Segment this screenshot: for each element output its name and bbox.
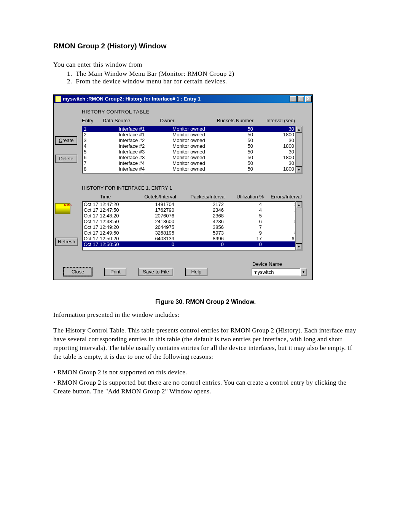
device-name-value: myswitch (253, 269, 274, 275)
history-panel-label: HISTORY FOR INTERFACE 1, ENTRY 1 (82, 185, 309, 191)
device-name-label: Device Name (252, 261, 307, 267)
close-icon[interactable]: X (305, 96, 312, 102)
intro-item-2: 2. From the device window menu bar for c… (67, 78, 358, 85)
device-name-combo[interactable]: myswitch ▼ (252, 268, 307, 276)
ctl-col-owner: Owner (160, 118, 217, 123)
hist-column-headers: Time Octets/Interval Packets/Interval Ut… (84, 192, 309, 201)
intro-item-1-text: The Main Window Menu Bar (Monitor: RMON … (76, 70, 234, 77)
hist-col-errors: Errors/Interval (271, 194, 309, 200)
scroll-down-icon[interactable]: ▼ (296, 243, 302, 250)
table-row[interactable]: Oct 17 12:50:206403139899617671 (82, 236, 296, 241)
table-row[interactable]: 9Interface #5Monitor owned5030 (82, 172, 296, 174)
table-row[interactable]: Oct 17 12:49:5032681955973989 (82, 230, 296, 236)
hist-scrollbar[interactable]: ▲ ▼ (295, 201, 302, 250)
intro-item-2-text: From the device window menu bar for cert… (76, 78, 227, 85)
table-row[interactable]: 8Interface #4Monitor owned501800 (82, 166, 296, 172)
maximize-icon[interactable]: □ (297, 96, 304, 102)
scroll-up-icon[interactable]: ▲ (296, 201, 302, 208)
help-button[interactable]: HHelpelp (185, 268, 207, 276)
history-listbox[interactable]: Oct 17 12:47:2014917042172422Oct 17 12:4… (82, 201, 303, 251)
history-control-paragraph: The History Control Table. This table pr… (53, 326, 358, 361)
create-button[interactable]: CCreatereate (55, 136, 77, 145)
figure-caption: Figure 30. RMON Group 2 Window. (53, 299, 358, 305)
table-row[interactable]: Oct 17 12:49:202644975385678 (82, 224, 296, 230)
intro-line: You can enter this window from (53, 61, 358, 69)
hist-col-time: Time (84, 194, 134, 200)
chevron-down-icon[interactable]: ▼ (300, 268, 307, 276)
hist-col-util: Utilization % (233, 194, 271, 200)
table-row[interactable]: 4Interface #2Monitor owned501800 (82, 143, 296, 149)
ctl-column-headers: Entry Data Source Owner Buckets Number I… (82, 116, 309, 126)
table-row[interactable]: 3Interface #2Monitor owned5030 (82, 137, 296, 143)
close-button[interactable]: CCloselose (64, 267, 92, 276)
intro-item-1: 1. The Main Window Menu Bar (Monitor: RM… (67, 70, 358, 78)
table-row[interactable]: Oct 17 12:48:5024136004236658 (82, 219, 296, 224)
table-row[interactable]: 6Interface #3Monitor owned501800 (82, 155, 296, 160)
bullet-1: • RMON Group 2 is not supported on this … (53, 368, 358, 377)
nms-icon (55, 203, 70, 214)
titlebar[interactable]: myswitch :RMON Group2: History for Inter… (54, 95, 312, 103)
table-row[interactable]: 7Interface #4Monitor owned5030 (82, 160, 296, 166)
bullet-2-text: RMON Group 2 is supported but there are … (53, 379, 346, 395)
print-button[interactable]: PPrintrint (104, 268, 126, 276)
table-row[interactable]: 1Interface #1Monitor owned5030 (82, 126, 296, 132)
scroll-down-icon[interactable]: ▼ (296, 166, 302, 173)
app-icon (55, 96, 61, 102)
ctl-col-source: Data Source (103, 118, 160, 123)
bullet-2: • RMON Group 2 is supported but there ar… (53, 379, 358, 396)
scroll-up-icon[interactable]: ▲ (296, 126, 302, 133)
table-row[interactable]: Oct 17 12:47:5017627902346410 (82, 207, 296, 213)
section-heading: RMON Group 2 (History) Window (53, 42, 358, 50)
table-row[interactable]: 2Interface #1Monitor owned501800 (82, 132, 296, 137)
info-presented-line: Information presented in the window incl… (53, 311, 358, 320)
hist-col-octets: Octets/Interval (134, 194, 183, 200)
hist-col-packets: Packets/Interval (183, 194, 233, 200)
table-row[interactable]: Oct 17 12:47:2014917042172422 (82, 201, 296, 207)
bullet-1-text: RMON Group 2 is not supported on this de… (57, 369, 187, 376)
rmon-history-window: myswitch :RMON Group2: History for Inter… (53, 94, 313, 280)
refresh-button[interactable]: RRefreshefresh (55, 238, 78, 246)
ctl-scrollbar[interactable]: ▲ ▼ (295, 126, 302, 173)
ctl-col-entry: Entry (82, 118, 103, 123)
save-to-file-button[interactable]: SSave to Fileave to File (139, 268, 173, 276)
ctl-col-interval: Interval (sec) (266, 118, 304, 123)
history-control-table-label: HISTORY CONTROL TABLE (82, 109, 309, 115)
table-row[interactable]: Oct 17 12:50:500000 (82, 241, 296, 247)
table-row[interactable]: 5Interface #3Monitor owned5030 (82, 149, 296, 155)
history-control-listbox[interactable]: 1Interface #1Monitor owned50302Interface… (82, 126, 303, 174)
ctl-col-buckets: Buckets Number (217, 118, 266, 123)
minimize-icon[interactable]: _ (290, 96, 296, 102)
table-row[interactable]: Oct 17 12:48:202076076236852 (82, 213, 296, 219)
delete-button[interactable]: DDeleteelete (55, 155, 77, 163)
titlebar-caption: myswitch :RMON Group2: History for Inter… (63, 96, 290, 102)
